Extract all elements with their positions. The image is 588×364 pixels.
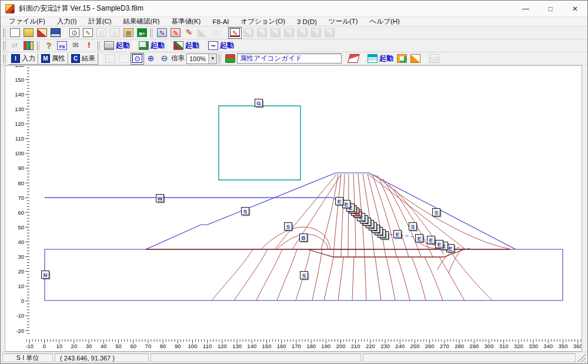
preview-icon	[69, 28, 79, 37]
marker-N[interactable]: N	[42, 271, 51, 280]
attr-icon-guide-field[interactable]	[237, 54, 342, 64]
report-button[interactable]	[122, 27, 135, 39]
menu-item-3[interactable]: 計算(C)	[83, 16, 118, 26]
h-ruler-label: 60	[130, 343, 136, 349]
draw-tool-5-button[interactable]	[282, 27, 296, 39]
zoom-out-button[interactable]	[158, 53, 171, 65]
toolbar-grip[interactable]	[97, 41, 100, 51]
zoom-select[interactable]: 100%▼	[186, 54, 217, 64]
mail-button[interactable]	[69, 40, 82, 52]
menu-item-2[interactable]: 入力(I)	[51, 16, 83, 26]
new-file-button[interactable]	[8, 27, 22, 39]
new-slope-button[interactable]	[35, 27, 49, 39]
b-plus-button[interactable]	[135, 27, 149, 39]
select-icon	[105, 54, 115, 63]
menu-item-6[interactable]: F8-AI	[206, 18, 235, 26]
marker-E[interactable]: E	[416, 235, 425, 243]
toolbar-grip[interactable]	[3, 41, 6, 51]
zoom-in-button[interactable]	[144, 53, 158, 65]
attr-guide-icon-button[interactable]	[223, 53, 237, 65]
marker-B[interactable]: B	[300, 234, 309, 243]
open-file-button[interactable]	[22, 27, 35, 39]
draw-tool-2-button[interactable]	[242, 27, 255, 39]
menu-item-1[interactable]: ファイル(F)	[3, 16, 51, 26]
toolbar-grip[interactable]	[36, 41, 39, 51]
slope-tool-disabled-button[interactable]	[196, 27, 209, 39]
draw-tool-6-button[interactable]	[296, 27, 309, 39]
draw-tool-4-button[interactable]	[269, 27, 282, 39]
marker-E[interactable]: E	[336, 198, 345, 206]
transfer-button[interactable]	[8, 40, 22, 52]
draw-tool-1-button[interactable]	[228, 27, 242, 39]
eraser-button[interactable]	[347, 53, 360, 65]
drawing-canvas[interactable]: -100102030405060708090100110120130140150…	[5, 65, 582, 352]
attribute-mode-button[interactable]: M属性	[38, 53, 68, 65]
minimize-button[interactable]: —	[513, 1, 538, 16]
draw-tool-3-button[interactable]	[255, 27, 269, 39]
save-button[interactable]	[49, 27, 62, 39]
resize-grip[interactable]	[577, 353, 586, 362]
marker-E[interactable]: E	[427, 236, 436, 245]
notice-button[interactable]	[82, 40, 96, 52]
menu-item-8[interactable]: 3 D(D)	[291, 18, 323, 26]
launch-wave-button[interactable]: 起動	[206, 40, 236, 52]
home-button[interactable]	[209, 27, 223, 39]
document-button-2[interactable]	[108, 27, 122, 39]
h-ruler-label: 190	[321, 343, 330, 349]
f8-support-button[interactable]	[55, 40, 69, 52]
marker-E[interactable]: E	[394, 231, 403, 239]
launch-slope-button[interactable]: 起動	[172, 40, 201, 52]
draw-tool-8-button[interactable]	[323, 27, 336, 39]
zoom-window-button[interactable]	[131, 53, 144, 65]
select-button[interactable]	[103, 53, 117, 65]
h-ruler-label: 350	[559, 343, 568, 349]
tealgrid-icon	[368, 54, 377, 63]
toolbar-grip[interactable]	[150, 28, 153, 38]
print-button[interactable]	[427, 53, 441, 65]
toolbar-grip[interactable]	[3, 28, 6, 38]
marker-S[interactable]: S	[433, 209, 442, 218]
input-mode-button[interactable]: I入力	[8, 53, 38, 65]
menu-item-9[interactable]: ツール(T)	[323, 16, 364, 26]
marker-S[interactable]: S	[285, 223, 293, 232]
palette-button[interactable]	[22, 40, 35, 52]
menu-item-4[interactable]: 結果確認(R)	[118, 16, 166, 26]
marker-G[interactable]: G	[255, 99, 264, 108]
maximize-button[interactable]: □	[538, 1, 563, 16]
save-edit-red-button[interactable]	[169, 27, 182, 39]
document-button-1[interactable]	[95, 27, 108, 39]
slope-orange-icon	[410, 54, 420, 63]
marker-S[interactable]: S	[300, 272, 309, 280]
launch-frame-button[interactable]: 起動	[102, 40, 132, 52]
edit-document-button[interactable]	[81, 27, 95, 39]
toolbar-separator	[363, 54, 363, 64]
menu-item-5[interactable]: 基準値(K)	[166, 16, 207, 26]
menu-item-10[interactable]: ヘルプ(H)	[364, 16, 406, 26]
print-preview-button[interactable]	[68, 27, 81, 39]
menu-item-7[interactable]: オプション(O)	[235, 16, 291, 26]
draw-tool-7-button[interactable]	[309, 27, 323, 39]
launch-grid-button[interactable]: 起動	[366, 53, 395, 65]
legend-dots-button[interactable]	[395, 53, 409, 65]
marker-E[interactable]: E	[436, 241, 445, 249]
marker-S[interactable]: S	[242, 208, 250, 216]
result-mode-button[interactable]: C結果	[68, 53, 98, 65]
toolbar-separator	[134, 41, 135, 51]
status-panel-3	[151, 353, 361, 362]
red-pencil-button[interactable]	[182, 27, 196, 39]
slope-orange-button[interactable]	[409, 53, 422, 65]
toolbar-grip[interactable]	[3, 54, 6, 64]
svg-text:E: E	[429, 238, 433, 243]
slip-flow-line	[365, 257, 366, 300]
zoom-select-value: 100%	[187, 55, 208, 62]
launch-section-button[interactable]: 起動	[137, 40, 166, 52]
save-edit-button[interactable]	[155, 27, 169, 39]
marker-W[interactable]: W	[156, 195, 165, 203]
pan-button[interactable]	[117, 53, 131, 65]
help-button[interactable]	[42, 40, 55, 52]
chevron-down-icon[interactable]: ▼	[208, 54, 216, 64]
marker-S[interactable]: S	[409, 223, 418, 232]
zoomw-icon	[132, 54, 142, 63]
toolbar-grip[interactable]	[218, 54, 221, 64]
close-button[interactable]: ✕	[563, 1, 587, 16]
